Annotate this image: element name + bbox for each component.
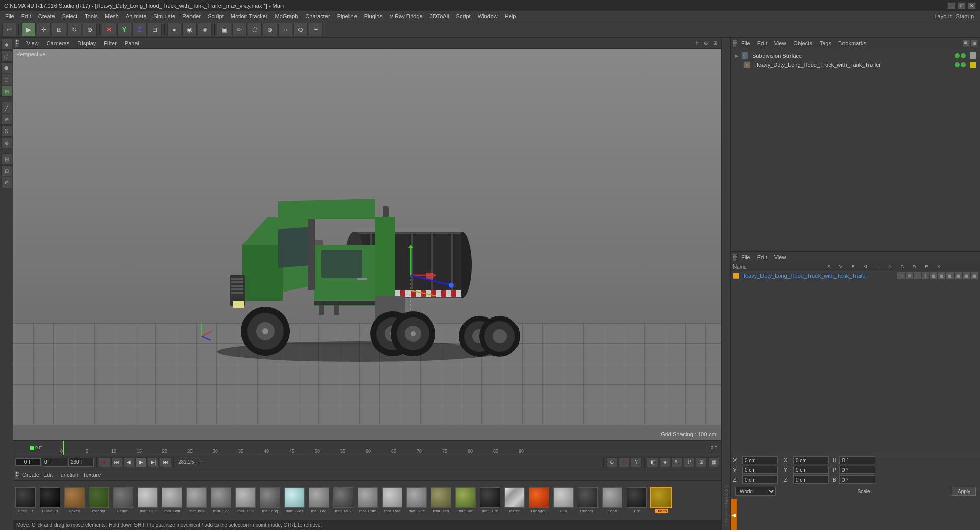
world-dropdown[interactable]: World Object Parent	[735, 487, 776, 496]
prop-icon-3[interactable]: ─	[914, 272, 921, 279]
pb-motion2[interactable]: ◈	[659, 457, 670, 467]
minimize-button[interactable]: ─	[947, 2, 956, 9]
prop-icon-7[interactable]: ▦	[946, 272, 954, 279]
close-button[interactable]: ✕	[968, 2, 976, 9]
right-panel-collapse-tab[interactable]: ◀	[731, 499, 737, 530]
rotate-tool[interactable]: ↻	[67, 23, 81, 36]
obj-render-dot[interactable]	[961, 53, 966, 58]
maximize-button[interactable]: □	[958, 2, 966, 9]
mat-tubes[interactable]: Tubes	[651, 487, 671, 513]
menu-select[interactable]: Select	[59, 12, 81, 20]
prop-icon-9[interactable]: ▦	[963, 272, 970, 279]
menu-character[interactable]: Character	[302, 12, 333, 20]
keyframe-btn[interactable]: ◈	[198, 23, 212, 36]
sidebar-poly[interactable]: ⬢	[1, 62, 12, 73]
pb-record[interactable]: ●	[99, 457, 110, 467]
obj-filter[interactable]: ⊞	[971, 40, 978, 47]
frame-end-input[interactable]	[68, 458, 94, 467]
menu-pipeline[interactable]: Pipeline	[334, 12, 360, 20]
mat-texture[interactable]: Texture	[83, 472, 101, 478]
coord-input-b[interactable]	[839, 475, 875, 484]
transform-tool[interactable]: ⊕	[83, 23, 97, 36]
menu-motion-tracker[interactable]: Motion Tracker	[228, 12, 271, 20]
obj-search[interactable]: 🔍	[963, 40, 970, 47]
vp-drag-handle[interactable]: ⠿	[15, 39, 18, 47]
null-btn[interactable]: ○	[278, 23, 292, 36]
sidebar-uv[interactable]: □	[1, 74, 12, 85]
obj-vis-dot-truck[interactable]	[955, 62, 960, 67]
timeline-ruler[interactable]: 0 5 10 15 20 25 30 35 40 45 50 55 60 65 …	[59, 441, 706, 455]
mode-y[interactable]: Y	[117, 23, 131, 36]
light-btn[interactable]: ☀	[309, 23, 323, 36]
prop-row-truck[interactable]: Heavy_Duty_Long_Hood_Truck_with_Tank_Tra…	[731, 271, 980, 280]
undo-button[interactable]: ↩	[2, 23, 16, 36]
mode-x[interactable]: ✕	[102, 23, 116, 36]
prop-icon-4[interactable]: ┼	[922, 272, 929, 279]
sidebar-tool2[interactable]: ⊕	[1, 114, 12, 125]
menu-mograph[interactable]: MoGraph	[271, 12, 301, 20]
menu-script[interactable]: Script	[453, 12, 474, 20]
mat-tire2[interactable]: Tire	[627, 487, 647, 513]
obj-tags-menu[interactable]: Tags	[818, 39, 833, 47]
pb-motion4[interactable]: P	[684, 457, 695, 467]
coord-input-p[interactable]	[839, 466, 875, 474]
mat-boxes[interactable]: Boxes	[64, 487, 85, 513]
menu-simulate[interactable]: Simulate	[150, 12, 178, 20]
menu-file[interactable]: File	[2, 12, 17, 20]
mat-muk[interactable]: mat_Muk	[333, 487, 353, 513]
deform-btn[interactable]: ⊛	[263, 23, 277, 36]
viewport-canvas[interactable]: Perspective	[13, 49, 721, 440]
mat-shaft[interactable]: Shaft	[602, 487, 622, 513]
sidebar-object[interactable]: ⊞	[1, 86, 12, 97]
menu-3dtoall[interactable]: 3DToAll	[427, 12, 452, 20]
pb-motion1[interactable]: ◧	[647, 457, 658, 467]
pb-to-end[interactable]: ⏭	[160, 457, 171, 467]
mat-rac[interactable]: mat_Rac	[382, 487, 402, 513]
mat-bolt3[interactable]: mat_bolt	[186, 487, 207, 513]
mat-create[interactable]: Create	[22, 472, 39, 478]
frame-start-input[interactable]	[42, 458, 67, 467]
vp-filter-menu[interactable]: Filter	[102, 39, 118, 47]
mat-drag-handle[interactable]: ⠿	[15, 471, 18, 479]
vp-cameras-menu[interactable]: Cameras	[45, 39, 72, 47]
prop-icon-8[interactable]: ▦	[955, 272, 962, 279]
mode-z[interactable]: Z	[132, 23, 147, 36]
vp-icon-maximize[interactable]: ⊞	[711, 39, 719, 47]
obj-row-subdivision[interactable]: ▶ ⊞ Subdivision Surface	[733, 51, 978, 60]
prop-drag-handle[interactable]: ⠿	[733, 254, 736, 261]
prop-icon-5[interactable]: ▦	[930, 272, 937, 279]
mat-dial[interactable]: mat_Dial	[235, 487, 256, 513]
sidebar-snap3[interactable]: ⊛	[1, 177, 12, 188]
coord-input-h[interactable]	[839, 456, 875, 464]
vp-display-menu[interactable]: Display	[75, 39, 98, 47]
mat-tire1[interactable]: mat_Tire	[480, 487, 500, 513]
menu-animate[interactable]: Animate	[123, 12, 149, 20]
coord-input-x[interactable]	[742, 456, 778, 464]
mat-orange[interactable]: Orange_	[529, 487, 549, 513]
menu-render[interactable]: Render	[179, 12, 204, 20]
pb-motion5[interactable]: ⊞	[696, 457, 707, 467]
pb-prev-frame[interactable]: ◀	[123, 457, 134, 467]
prop-icon-10[interactable]: ▦	[971, 272, 978, 279]
prop-icon-2[interactable]: ⊞	[906, 272, 913, 279]
pb-play[interactable]: ▶	[135, 457, 147, 467]
vp-panel-menu[interactable]: Panel	[123, 39, 141, 47]
mat-rim[interactable]: Rim	[553, 487, 574, 513]
menu-plugins[interactable]: Plugins	[361, 12, 386, 20]
mat-edit[interactable]: Edit	[43, 472, 53, 478]
mat-rec[interactable]: mat_Rec	[406, 487, 427, 513]
apply-button[interactable]: Apply	[952, 487, 976, 496]
menu-tools[interactable]: Tools	[81, 12, 101, 20]
obj-edit-menu[interactable]: Edit	[755, 39, 769, 47]
sidebar-points[interactable]: ◆	[1, 39, 12, 50]
menu-help[interactable]: Help	[502, 12, 520, 20]
obj-bookmarks-menu[interactable]: Bookmarks	[836, 39, 868, 47]
mat-tan2[interactable]: mat_Tan	[455, 487, 476, 513]
move-tool[interactable]: ✛	[37, 23, 51, 36]
coord-input-y2[interactable]	[793, 466, 829, 474]
vp-icon-nav[interactable]: ⊕	[702, 39, 710, 47]
obj-render-dot-truck[interactable]	[961, 62, 966, 67]
camera-btn[interactable]: ⊙	[293, 23, 308, 36]
obj-drag-handle[interactable]: ⠿	[733, 40, 736, 47]
mat-pum[interactable]: mat_Pum	[358, 487, 378, 513]
